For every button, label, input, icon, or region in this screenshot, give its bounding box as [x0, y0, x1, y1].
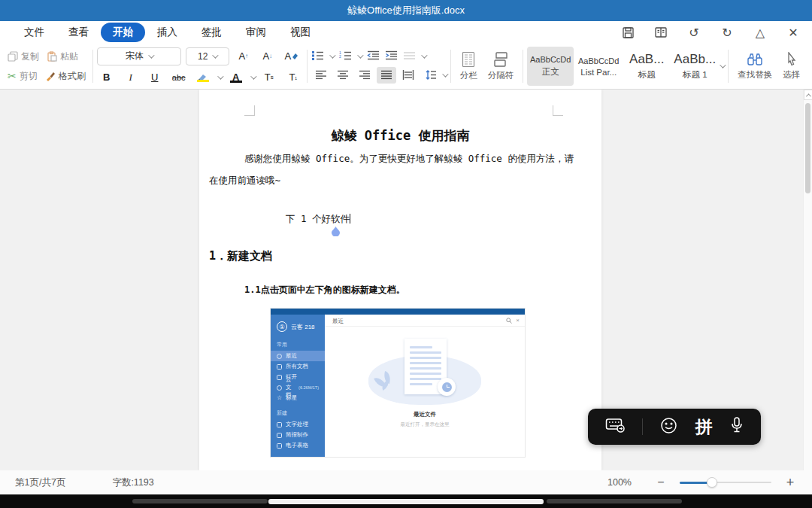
format-painter-button[interactable]: 格式刷: [42, 68, 89, 84]
close-icon[interactable]: ✕: [786, 26, 800, 39]
style-heading-1[interactable]: AaBb... 标题 1: [671, 47, 718, 86]
break-button[interactable]: 分隔符: [483, 47, 520, 86]
increase-indent-icon[interactable]: [385, 50, 398, 63]
style-list-paragraph[interactable]: AaBbCcDd List Par...: [575, 47, 622, 86]
chevron-down-icon[interactable]: [329, 52, 335, 58]
system-bottom-bar: [0, 494, 812, 508]
font-name-select[interactable]: 宋体: [97, 47, 181, 65]
bold-button[interactable]: B: [97, 69, 117, 86]
cursor-icon: [786, 52, 798, 67]
line-spacing-button[interactable]: [420, 67, 440, 84]
font-group: 宋体 12 A↑ A↓ A B I U abc A Ts T: [97, 47, 303, 86]
font-size-select[interactable]: 12: [186, 47, 229, 65]
ribbon-toolbar: 复制 粘贴 ✂ 剪切 格式刷 宋体 12: [0, 44, 812, 90]
chevron-down-icon[interactable]: [217, 73, 223, 79]
reading-view-icon[interactable]: [654, 26, 668, 39]
close-icon: ×: [516, 317, 520, 324]
doc-heading-1: 1．新建文档: [209, 249, 272, 263]
shading-icon[interactable]: [403, 50, 416, 63]
doc-title: 鲸鲮 Office 使用指南: [199, 127, 601, 144]
document-title: 鲸鲮Office使用指南版.docx: [347, 4, 465, 17]
shot-titlebar: [271, 309, 525, 315]
collapse-ribbon-icon[interactable]: △: [753, 26, 767, 39]
styles-more-chevron-icon[interactable]: [720, 62, 726, 68]
zoom-out-button[interactable]: −: [653, 476, 669, 489]
menu-tab-insert[interactable]: 插入: [145, 23, 189, 42]
distribute-button[interactable]: [398, 67, 418, 84]
pinyin-mode-button[interactable]: 拼: [695, 415, 713, 439]
text-cursor: [350, 214, 350, 224]
copy-button[interactable]: 复制: [5, 49, 42, 65]
page-indicator: 第1页/共7页: [15, 476, 65, 489]
zoom-in-button[interactable]: +: [782, 475, 798, 491]
scrollbar-thumb[interactable]: [805, 103, 810, 193]
menu-tabs: 文件 查看 开始 插入 签批 审阅 视图: [0, 23, 323, 42]
paste-button[interactable]: 粘贴: [44, 49, 81, 65]
divider: [642, 418, 643, 435]
decrease-font-button[interactable]: A↓: [258, 48, 277, 65]
redo-icon[interactable]: ↻: [720, 26, 734, 39]
ime-toolbar: 拼: [588, 409, 761, 445]
menu-tab-view-mode[interactable]: 查看: [56, 23, 101, 42]
text-cursor-handle[interactable]: [332, 227, 340, 236]
document-page[interactable]: 鲸鲮 Office 使用指南 感谢您使用鲸鲮 Office。为了更快更好地了解鲸…: [199, 90, 601, 470]
clipboard-group: 复制 粘贴 ✂ 剪切 格式刷: [5, 49, 89, 84]
save-icon[interactable]: [621, 26, 635, 39]
highlight-color-button[interactable]: [193, 69, 213, 86]
zoom-level[interactable]: 100%: [607, 477, 632, 488]
bullet-list-icon[interactable]: [311, 50, 324, 63]
zoom-slider-thumb[interactable]: [707, 477, 717, 488]
vertical-scrollbar[interactable]: [803, 90, 812, 470]
keyboard-icon[interactable]: [605, 417, 625, 437]
align-justify-button[interactable]: [377, 67, 396, 84]
taskbar-pill-active[interactable]: [268, 499, 544, 504]
binoculars-icon: [747, 52, 763, 67]
menu-tab-review[interactable]: 审阅: [234, 23, 278, 42]
decrease-indent-icon[interactable]: [367, 50, 380, 63]
subscript-button[interactable]: T₁: [283, 69, 303, 86]
underline-button[interactable]: U: [145, 69, 165, 86]
statusbar: 第1页/共7页 字数:1193 100% − +: [0, 470, 812, 494]
mic-icon[interactable]: [730, 416, 744, 437]
find-replace-button[interactable]: 查找替换: [732, 47, 777, 86]
align-left-button[interactable]: [311, 67, 331, 84]
chevron-down-icon[interactable]: [250, 73, 256, 79]
divider: [523, 50, 523, 83]
strikethrough-button[interactable]: abc: [169, 69, 189, 86]
menu-tab-home[interactable]: 开始: [101, 23, 145, 42]
word-count: 字数:1193: [112, 476, 153, 489]
taskbar-pill[interactable]: [132, 499, 268, 503]
chevron-down-icon[interactable]: [442, 71, 448, 77]
increase-font-button[interactable]: A↑: [234, 48, 253, 65]
shot-nav-recent: 最近: [271, 351, 325, 361]
columns-button[interactable]: 分栏: [455, 47, 483, 86]
undo-icon[interactable]: ↺: [687, 26, 701, 39]
menu-tab-file[interactable]: 文件: [12, 23, 56, 42]
shot-main: 最近 ×: [325, 315, 525, 457]
scroll-up-button[interactable]: [804, 90, 812, 100]
cut-button[interactable]: ✂ 剪切: [5, 68, 41, 84]
italic-button[interactable]: I: [121, 69, 141, 86]
doc-paragraph: 感谢您使用鲸鲮 Office。为了更快更好地了解鲸鲮 Office 的使用方法，…: [244, 153, 598, 166]
shot-nav-open: 打开: [271, 372, 325, 382]
clear-format-button[interactable]: A: [282, 48, 301, 65]
menu-tab-sign[interactable]: 签批: [189, 23, 234, 42]
style-normal[interactable]: AaBbCcDd 正文: [527, 47, 574, 86]
shot-nav-all-docs: 所有文档: [271, 361, 325, 372]
font-color-button[interactable]: A: [226, 69, 246, 86]
select-button[interactable]: 选择: [777, 47, 805, 86]
emoji-icon[interactable]: [660, 417, 677, 437]
taskbar-pill[interactable]: [547, 499, 682, 503]
align-right-button[interactable]: [355, 67, 374, 84]
align-center-button[interactable]: [333, 67, 353, 84]
shot-nav-presentation: 简报制作: [271, 430, 325, 440]
chevron-down-icon[interactable]: [421, 52, 427, 58]
doc-heading-1-1: 1.1点击页面中左下角的图标新建文档。: [244, 284, 405, 297]
superscript-button[interactable]: Ts: [259, 69, 279, 86]
zoom-slider[interactable]: [680, 477, 771, 488]
chevron-down-icon[interactable]: [357, 52, 363, 58]
clock-icon: [438, 378, 456, 396]
numbered-list-icon[interactable]: 12: [339, 50, 352, 63]
menu-tab-layout-view[interactable]: 视图: [278, 23, 323, 42]
style-title[interactable]: AaB... 标题: [623, 47, 670, 86]
